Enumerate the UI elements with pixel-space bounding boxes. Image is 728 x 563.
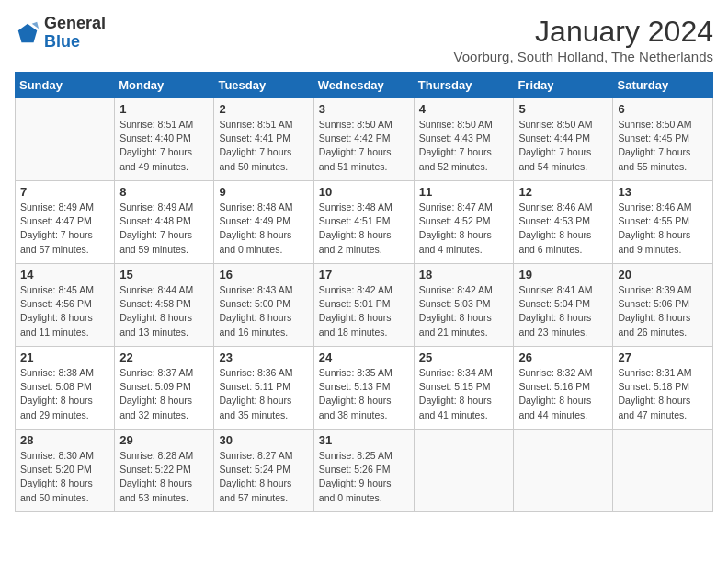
day-number: 9 bbox=[219, 185, 308, 199]
day-number: 1 bbox=[119, 102, 209, 116]
calendar-day-cell: 5Sunrise: 8:50 AMSunset: 4:44 PMDaylight… bbox=[514, 98, 613, 181]
calendar-day-cell: 17Sunrise: 8:42 AMSunset: 5:01 PMDayligh… bbox=[313, 264, 414, 347]
logo: General Blue bbox=[15, 15, 106, 52]
calendar-day-cell: 10Sunrise: 8:48 AMSunset: 4:51 PMDayligh… bbox=[313, 181, 414, 264]
day-info: Sunrise: 8:28 AMSunset: 5:22 PMDaylight:… bbox=[119, 449, 209, 505]
day-number: 29 bbox=[119, 433, 209, 447]
day-info: Sunrise: 8:45 AMSunset: 4:56 PMDaylight:… bbox=[20, 283, 109, 339]
calendar-day-cell: 19Sunrise: 8:41 AMSunset: 5:04 PMDayligh… bbox=[514, 264, 613, 347]
day-number: 4 bbox=[419, 102, 509, 116]
day-info: Sunrise: 8:50 AMSunset: 4:42 PMDaylight:… bbox=[319, 118, 409, 174]
day-number: 27 bbox=[618, 350, 708, 364]
day-number: 26 bbox=[518, 350, 608, 364]
calendar-day-cell: 13Sunrise: 8:46 AMSunset: 4:55 PMDayligh… bbox=[613, 181, 713, 264]
calendar-day-cell: 6Sunrise: 8:50 AMSunset: 4:45 PMDaylight… bbox=[613, 98, 713, 181]
day-number: 15 bbox=[119, 268, 209, 282]
day-info: Sunrise: 8:37 AMSunset: 5:09 PMDaylight:… bbox=[119, 366, 209, 422]
day-info: Sunrise: 8:48 AMSunset: 4:51 PMDaylight:… bbox=[319, 201, 409, 257]
day-number: 25 bbox=[419, 350, 509, 364]
day-number: 8 bbox=[119, 185, 209, 199]
calendar-day-cell: 16Sunrise: 8:43 AMSunset: 5:00 PMDayligh… bbox=[214, 264, 313, 347]
calendar-day-cell: 2Sunrise: 8:51 AMSunset: 4:41 PMDaylight… bbox=[214, 98, 313, 181]
day-number: 30 bbox=[219, 433, 308, 447]
calendar-day-cell bbox=[16, 98, 115, 181]
day-info: Sunrise: 8:51 AMSunset: 4:40 PMDaylight:… bbox=[119, 118, 209, 174]
day-number: 5 bbox=[518, 102, 608, 116]
calendar-day-cell: 11Sunrise: 8:47 AMSunset: 4:52 PMDayligh… bbox=[414, 181, 514, 264]
day-number: 24 bbox=[319, 350, 409, 364]
day-number: 19 bbox=[518, 268, 608, 282]
weekday-header-row: SundayMondayTuesdayWednesdayThursdayFrid… bbox=[16, 73, 713, 98]
calendar-day-cell: 12Sunrise: 8:46 AMSunset: 4:53 PMDayligh… bbox=[514, 181, 613, 264]
day-info: Sunrise: 8:46 AMSunset: 4:53 PMDaylight:… bbox=[518, 201, 608, 257]
weekday-header-cell: Tuesday bbox=[214, 73, 313, 98]
day-number: 21 bbox=[20, 350, 109, 364]
day-info: Sunrise: 8:38 AMSunset: 5:08 PMDaylight:… bbox=[20, 366, 109, 422]
day-number: 16 bbox=[219, 268, 308, 282]
calendar-day-cell: 21Sunrise: 8:38 AMSunset: 5:08 PMDayligh… bbox=[16, 347, 115, 430]
calendar-day-cell bbox=[414, 430, 514, 512]
day-info: Sunrise: 8:43 AMSunset: 5:00 PMDaylight:… bbox=[219, 283, 308, 339]
day-info: Sunrise: 8:44 AMSunset: 4:58 PMDaylight:… bbox=[119, 283, 209, 339]
day-number: 14 bbox=[20, 268, 109, 282]
day-info: Sunrise: 8:31 AMSunset: 5:18 PMDaylight:… bbox=[618, 366, 708, 422]
day-number: 7 bbox=[20, 185, 109, 199]
day-info: Sunrise: 8:50 AMSunset: 4:45 PMDaylight:… bbox=[618, 118, 708, 174]
calendar-day-cell: 30Sunrise: 8:27 AMSunset: 5:24 PMDayligh… bbox=[214, 430, 313, 512]
day-info: Sunrise: 8:49 AMSunset: 4:48 PMDaylight:… bbox=[119, 201, 209, 257]
calendar-day-cell: 24Sunrise: 8:35 AMSunset: 5:13 PMDayligh… bbox=[313, 347, 414, 430]
calendar-day-cell: 23Sunrise: 8:36 AMSunset: 5:11 PMDayligh… bbox=[214, 347, 313, 430]
day-info: Sunrise: 8:32 AMSunset: 5:16 PMDaylight:… bbox=[518, 366, 608, 422]
day-info: Sunrise: 8:36 AMSunset: 5:11 PMDaylight:… bbox=[219, 366, 308, 422]
calendar-day-cell: 31Sunrise: 8:25 AMSunset: 5:26 PMDayligh… bbox=[313, 430, 414, 512]
day-info: Sunrise: 8:47 AMSunset: 4:52 PMDaylight:… bbox=[419, 201, 509, 257]
day-info: Sunrise: 8:25 AMSunset: 5:26 PMDaylight:… bbox=[319, 449, 409, 505]
calendar-day-cell: 20Sunrise: 8:39 AMSunset: 5:06 PMDayligh… bbox=[613, 264, 713, 347]
day-info: Sunrise: 8:34 AMSunset: 5:15 PMDaylight:… bbox=[419, 366, 509, 422]
title-block: January 2024 Voorburg, South Holland, Th… bbox=[454, 15, 713, 64]
page-header: General Blue January 2024 Voorburg, Sout… bbox=[15, 15, 713, 64]
day-number: 31 bbox=[319, 433, 409, 447]
calendar-week-row: 14Sunrise: 8:45 AMSunset: 4:56 PMDayligh… bbox=[16, 264, 713, 347]
day-info: Sunrise: 8:46 AMSunset: 4:55 PMDaylight:… bbox=[618, 201, 708, 257]
calendar-day-cell: 8Sunrise: 8:49 AMSunset: 4:48 PMDaylight… bbox=[115, 181, 214, 264]
day-info: Sunrise: 8:49 AMSunset: 4:47 PMDaylight:… bbox=[20, 201, 109, 257]
day-number: 22 bbox=[119, 350, 209, 364]
calendar-day-cell: 9Sunrise: 8:48 AMSunset: 4:49 PMDaylight… bbox=[214, 181, 313, 264]
day-number: 28 bbox=[20, 433, 109, 447]
calendar-day-cell: 28Sunrise: 8:30 AMSunset: 5:20 PMDayligh… bbox=[16, 430, 115, 512]
day-info: Sunrise: 8:41 AMSunset: 5:04 PMDaylight:… bbox=[518, 283, 608, 339]
calendar-day-cell: 29Sunrise: 8:28 AMSunset: 5:22 PMDayligh… bbox=[115, 430, 214, 512]
calendar-day-cell bbox=[613, 430, 713, 512]
day-number: 17 bbox=[319, 268, 409, 282]
calendar-day-cell: 7Sunrise: 8:49 AMSunset: 4:47 PMDaylight… bbox=[16, 181, 115, 264]
day-info: Sunrise: 8:42 AMSunset: 5:03 PMDaylight:… bbox=[419, 283, 509, 339]
weekday-header-cell: Saturday bbox=[613, 73, 713, 98]
day-info: Sunrise: 8:30 AMSunset: 5:20 PMDaylight:… bbox=[20, 449, 109, 505]
day-info: Sunrise: 8:27 AMSunset: 5:24 PMDaylight:… bbox=[219, 449, 308, 505]
day-info: Sunrise: 8:42 AMSunset: 5:01 PMDaylight:… bbox=[319, 283, 409, 339]
day-number: 18 bbox=[419, 268, 509, 282]
calendar-day-cell: 1Sunrise: 8:51 AMSunset: 4:40 PMDaylight… bbox=[115, 98, 214, 181]
day-number: 6 bbox=[618, 102, 708, 116]
calendar-day-cell: 15Sunrise: 8:44 AMSunset: 4:58 PMDayligh… bbox=[115, 264, 214, 347]
calendar-day-cell: 3Sunrise: 8:50 AMSunset: 4:42 PMDaylight… bbox=[313, 98, 414, 181]
day-number: 11 bbox=[419, 185, 509, 199]
day-number: 13 bbox=[618, 185, 708, 199]
calendar-day-cell: 27Sunrise: 8:31 AMSunset: 5:18 PMDayligh… bbox=[613, 347, 713, 430]
day-info: Sunrise: 8:51 AMSunset: 4:41 PMDaylight:… bbox=[219, 118, 308, 174]
calendar-week-row: 21Sunrise: 8:38 AMSunset: 5:08 PMDayligh… bbox=[16, 347, 713, 430]
day-number: 20 bbox=[618, 268, 708, 282]
calendar-day-cell: 18Sunrise: 8:42 AMSunset: 5:03 PMDayligh… bbox=[414, 264, 514, 347]
day-number: 23 bbox=[219, 350, 308, 364]
calendar-table: SundayMondayTuesdayWednesdayThursdayFrid… bbox=[15, 72, 713, 512]
weekday-header-cell: Monday bbox=[115, 73, 214, 98]
calendar-week-row: 1Sunrise: 8:51 AMSunset: 4:40 PMDaylight… bbox=[16, 98, 713, 181]
weekday-header-cell: Wednesday bbox=[313, 73, 414, 98]
day-info: Sunrise: 8:39 AMSunset: 5:06 PMDaylight:… bbox=[618, 283, 708, 339]
weekday-header-cell: Sunday bbox=[16, 73, 115, 98]
calendar-title: January 2024 bbox=[454, 15, 713, 49]
svg-marker-0 bbox=[18, 24, 38, 43]
calendar-day-cell: 26Sunrise: 8:32 AMSunset: 5:16 PMDayligh… bbox=[514, 347, 613, 430]
logo-icon bbox=[15, 20, 40, 46]
